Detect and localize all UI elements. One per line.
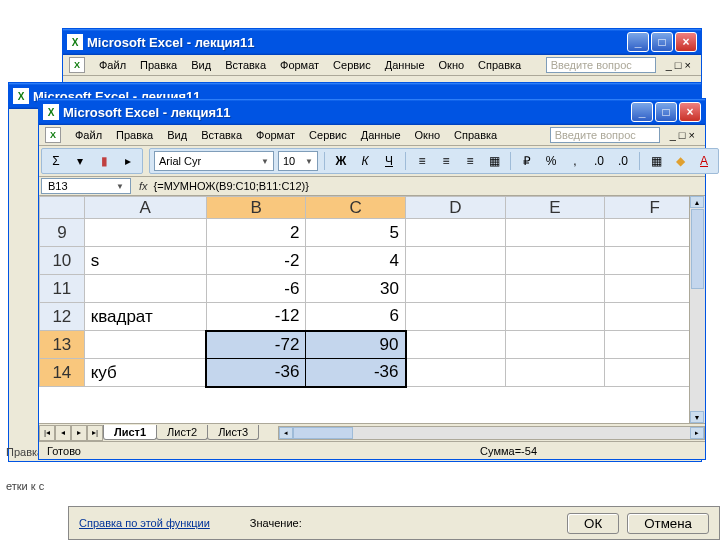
cell[interactable] (505, 331, 605, 359)
menu-help[interactable]: Справка (472, 57, 527, 73)
help-link[interactable]: Справка по этой функции (79, 517, 210, 529)
help-question-box[interactable]: Введите вопрос (546, 57, 656, 73)
cell[interactable] (84, 331, 206, 359)
cell[interactable] (505, 303, 605, 331)
workbook-window-controls[interactable]: _ □ × (666, 127, 699, 143)
cell-selected[interactable]: -36 (206, 359, 306, 387)
horizontal-scrollbar[interactable]: ◂ ▸ (278, 426, 705, 440)
menu-help[interactable]: Справка (448, 127, 503, 143)
cell-selected[interactable]: -72 (206, 331, 306, 359)
cell[interactable]: 5 (306, 219, 406, 247)
spreadsheet-grid[interactable]: A B C D E F 9 2 5 10 s -2 4 (39, 196, 705, 423)
cell[interactable]: 4 (306, 247, 406, 275)
cell[interactable]: s (84, 247, 206, 275)
maximize-button[interactable]: □ (655, 102, 677, 122)
cell[interactable] (505, 275, 605, 303)
tab-first-button[interactable]: |◂ (39, 425, 55, 441)
font-size-selector[interactable]: 10▼ (278, 151, 318, 171)
cell-selected[interactable]: 90 (306, 331, 406, 359)
minimize-button[interactable]: _ (627, 32, 649, 52)
scroll-up-button[interactable]: ▲ (690, 196, 704, 208)
sort-button[interactable]: ▾ (70, 151, 90, 171)
menu-view[interactable]: Вид (185, 57, 217, 73)
comma-style-button[interactable]: , (565, 151, 585, 171)
decrease-decimal-button[interactable]: .0 (613, 151, 633, 171)
cell[interactable] (505, 359, 605, 387)
close-button[interactable]: × (679, 102, 701, 122)
select-all-corner[interactable] (40, 197, 85, 219)
col-header-d[interactable]: D (406, 197, 506, 219)
cell[interactable] (406, 303, 506, 331)
help-question-box[interactable]: Введите вопрос (550, 127, 660, 143)
cell[interactable]: -2 (206, 247, 306, 275)
vertical-scrollbar[interactable]: ▲ ▼ (689, 196, 705, 423)
scroll-thumb[interactable] (691, 209, 704, 289)
cell[interactable] (406, 275, 506, 303)
cell[interactable] (406, 359, 506, 387)
menu-edit[interactable]: Правка (110, 127, 159, 143)
row-header[interactable]: 10 (40, 247, 85, 275)
menu-insert[interactable]: Вставка (219, 57, 272, 73)
tab-prev-button[interactable]: ◂ (55, 425, 71, 441)
cell[interactable]: куб (84, 359, 206, 387)
cell[interactable] (505, 219, 605, 247)
row-header[interactable]: 13 (40, 331, 85, 359)
font-name-selector[interactable]: Arial Cyr▼ (154, 151, 274, 171)
close-button[interactable]: × (675, 32, 697, 52)
sheet-tab-1[interactable]: Лист1 (103, 425, 157, 440)
menu-format[interactable]: Формат (250, 127, 301, 143)
row-header[interactable]: 9 (40, 219, 85, 247)
font-color-button[interactable]: А (694, 151, 714, 171)
tab-last-button[interactable]: ▸| (87, 425, 103, 441)
cell[interactable]: квадрат (84, 303, 206, 331)
col-header-c[interactable]: C (306, 197, 406, 219)
cell[interactable]: -12 (206, 303, 306, 331)
cell[interactable] (406, 219, 506, 247)
formula-text[interactable]: {=МУМНОЖ(B9:C10;B11:C12)} (154, 180, 309, 192)
fx-icon[interactable]: fx (133, 180, 154, 192)
row-header[interactable]: 12 (40, 303, 85, 331)
cell[interactable]: 30 (306, 275, 406, 303)
cell[interactable] (406, 247, 506, 275)
menu-edit[interactable]: Правка (134, 57, 183, 73)
cell[interactable]: 6 (306, 303, 406, 331)
underline-button[interactable]: Ч (379, 151, 399, 171)
menu-window[interactable]: Окно (433, 57, 471, 73)
menu-file[interactable]: Файл (93, 57, 132, 73)
cell-selected[interactable]: -36 (306, 359, 406, 387)
cell[interactable]: -6 (206, 275, 306, 303)
sheet-tab-2[interactable]: Лист2 (156, 425, 208, 440)
scroll-thumb[interactable] (293, 427, 353, 439)
chart-wizard-button[interactable]: ▮ (94, 151, 114, 171)
workbook-window-controls[interactable]: _ □ × (662, 57, 695, 73)
cell[interactable] (84, 275, 206, 303)
bold-button[interactable]: Ж (331, 151, 351, 171)
col-header-e[interactable]: E (505, 197, 605, 219)
percent-button[interactable]: % (541, 151, 561, 171)
menu-file[interactable]: Файл (69, 127, 108, 143)
col-header-a[interactable]: A (84, 197, 206, 219)
align-left-button[interactable]: ≡ (412, 151, 432, 171)
align-right-button[interactable]: ≡ (460, 151, 480, 171)
toolbar-options-button[interactable]: ▸ (118, 151, 138, 171)
cell[interactable]: 2 (206, 219, 306, 247)
menu-insert[interactable]: Вставка (195, 127, 248, 143)
menu-view[interactable]: Вид (161, 127, 193, 143)
row-header[interactable]: 14 (40, 359, 85, 387)
titlebar[interactable]: X Microsoft Excel - лекция11 _ □ × (39, 99, 705, 125)
cell[interactable] (84, 219, 206, 247)
sheet-tab-3[interactable]: Лист3 (207, 425, 259, 440)
currency-button[interactable]: ₽ (517, 151, 537, 171)
menu-data[interactable]: Данные (355, 127, 407, 143)
menu-tools[interactable]: Сервис (303, 127, 353, 143)
maximize-button[interactable]: □ (651, 32, 673, 52)
col-header-b[interactable]: B (206, 197, 306, 219)
row-header[interactable]: 11 (40, 275, 85, 303)
fill-color-button[interactable]: ◆ (670, 151, 690, 171)
align-center-button[interactable]: ≡ (436, 151, 456, 171)
minimize-button[interactable]: _ (631, 102, 653, 122)
name-box[interactable]: B13▼ (41, 178, 131, 194)
scroll-right-button[interactable]: ▸ (690, 427, 704, 439)
autosum-button[interactable]: Σ (46, 151, 66, 171)
menu-tools[interactable]: Сервис (327, 57, 377, 73)
